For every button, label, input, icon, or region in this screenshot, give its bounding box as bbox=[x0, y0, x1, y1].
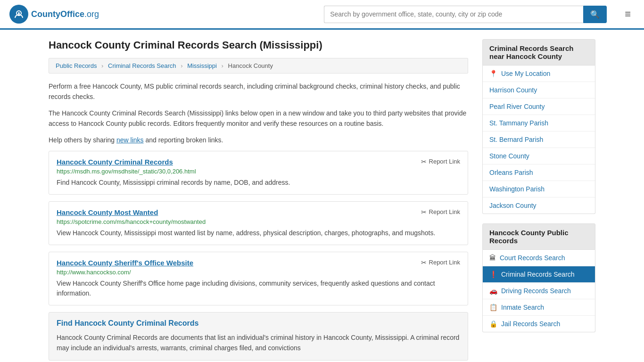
nearby-items-container: Harrison CountyPearl River CountySt. Tam… bbox=[483, 82, 595, 214]
use-location-item[interactable]: 📍 Use My Location bbox=[483, 66, 595, 82]
search-input[interactable] bbox=[324, 6, 583, 23]
record-url-0: https://msdh.ms.gov/msdhsite/_static/30,… bbox=[57, 168, 460, 175]
location-icon: 📍 bbox=[489, 70, 497, 77]
search-bar: 🔍 bbox=[324, 6, 607, 23]
pr-link-2[interactable]: Driving Records Search bbox=[501, 287, 571, 295]
report-icon-0: ✂ bbox=[421, 158, 427, 165]
pr-link-4[interactable]: Jail Records Search bbox=[501, 320, 560, 328]
nearby-link-1[interactable]: Pearl River County bbox=[489, 103, 545, 110]
record-item-0: Hancock County Criminal Records ✂ Report… bbox=[49, 151, 468, 195]
description-2: The Hancock County Criminal Records Sear… bbox=[49, 108, 468, 129]
sidebar: Criminal Records Search near Hancock Cou… bbox=[482, 39, 595, 361]
search-button[interactable]: 🔍 bbox=[583, 6, 607, 23]
record-header-1: Hancock County Most Wanted ✂ Report Link bbox=[57, 208, 460, 216]
find-text: Hancock County Criminal Records are docu… bbox=[57, 332, 460, 354]
breadcrumb-criminal-records[interactable]: Criminal Records Search bbox=[108, 62, 176, 69]
pr-item-3[interactable]: 📋 Inmate Search bbox=[483, 299, 595, 316]
record-title-0[interactable]: Hancock County Criminal Records bbox=[57, 158, 173, 166]
pr-icon-2: 🚗 bbox=[489, 287, 497, 295]
nearby-link-7[interactable]: Jackson County bbox=[489, 202, 537, 209]
pr-icon-0: 🏛 bbox=[489, 254, 496, 262]
content-area: Hancock County Criminal Records Search (… bbox=[49, 39, 468, 361]
nearby-item-4[interactable]: Stone County bbox=[483, 148, 595, 165]
pr-link-0[interactable]: Court Records Search bbox=[500, 254, 565, 262]
nearby-item-3[interactable]: St. Bernard Parish bbox=[483, 132, 595, 148]
breadcrumb-public-records[interactable]: Public Records bbox=[56, 62, 97, 69]
public-records-list: 🏛 Court Records Search ❗ Criminal Record… bbox=[482, 250, 595, 332]
pr-item-2[interactable]: 🚗 Driving Records Search bbox=[483, 283, 595, 299]
nearby-item-2[interactable]: St. Tammany Parish bbox=[483, 115, 595, 132]
pr-item-0[interactable]: 🏛 Court Records Search bbox=[483, 250, 595, 266]
description-1: Perform a free Hancock County, MS public… bbox=[49, 81, 468, 102]
nearby-link-3[interactable]: St. Bernard Parish bbox=[489, 136, 543, 143]
record-url-1: https://spotcrime.com/ms/hancock+county/… bbox=[57, 218, 460, 225]
nearby-section: Criminal Records Search near Hancock Cou… bbox=[482, 39, 595, 214]
record-title-2[interactable]: Hancock County Sheriff's Office Website bbox=[57, 259, 193, 267]
report-link-1[interactable]: ✂ Report Link bbox=[421, 208, 460, 216]
pr-icon-1: ❗ bbox=[489, 271, 497, 278]
find-section: Find Hancock County Criminal Records Han… bbox=[49, 312, 468, 361]
pr-link-3[interactable]: Inmate Search bbox=[501, 304, 544, 311]
nearby-list: 📍 Use My Location Harrison CountyPearl R… bbox=[482, 66, 595, 214]
logo-text: CountyOffice.org bbox=[31, 9, 99, 19]
nearby-link-0[interactable]: Harrison County bbox=[489, 86, 537, 94]
report-icon-2: ✂ bbox=[421, 259, 427, 266]
nearby-item-5[interactable]: Orleans Parish bbox=[483, 165, 595, 181]
pr-icon-4: 🔒 bbox=[489, 320, 497, 328]
record-item-1: Hancock County Most Wanted ✂ Report Link… bbox=[49, 201, 468, 245]
record-desc-2: View Hancock County Sheriff's Office hom… bbox=[57, 279, 460, 298]
use-location-link[interactable]: Use My Location bbox=[501, 70, 550, 77]
breadcrumb-mississippi[interactable]: Mississippi bbox=[187, 62, 217, 69]
new-links-link[interactable]: new links bbox=[116, 136, 144, 144]
nearby-item-0[interactable]: Harrison County bbox=[483, 82, 595, 99]
public-records-section: Hancock County Public Records 🏛 Court Re… bbox=[482, 223, 595, 332]
nearby-link-5[interactable]: Orleans Parish bbox=[489, 169, 533, 176]
nearby-header: Criminal Records Search near Hancock Cou… bbox=[482, 39, 595, 66]
logo-icon bbox=[9, 5, 28, 24]
record-header-2: Hancock County Sheriff's Office Website … bbox=[57, 259, 460, 267]
site-header: CountyOffice.org 🔍 ≡ bbox=[0, 0, 644, 30]
record-desc-0: Find Hancock County, Mississippi crimina… bbox=[57, 178, 460, 188]
nearby-item-7[interactable]: Jackson County bbox=[483, 197, 595, 214]
nearby-link-6[interactable]: Washington Parish bbox=[489, 185, 545, 193]
report-icon-1: ✂ bbox=[421, 208, 427, 216]
records-container: Hancock County Criminal Records ✂ Report… bbox=[49, 151, 468, 305]
pr-item-4[interactable]: 🔒 Jail Records Search bbox=[483, 316, 595, 332]
breadcrumb-county: Hancock County bbox=[228, 62, 273, 69]
menu-button[interactable]: ≡ bbox=[621, 6, 635, 22]
breadcrumb: Public Records › Criminal Records Search… bbox=[49, 58, 468, 74]
main-container: Hancock County Criminal Records Search (… bbox=[39, 30, 605, 362]
pr-link-1[interactable]: Criminal Records Search bbox=[501, 271, 575, 278]
nearby-link-2[interactable]: St. Tammany Parish bbox=[489, 119, 548, 127]
page-title: Hancock County Criminal Records Search (… bbox=[49, 39, 468, 51]
record-item-2: Hancock County Sheriff's Office Website … bbox=[49, 252, 468, 305]
report-link-0[interactable]: ✂ Report Link bbox=[421, 158, 460, 165]
nearby-item-6[interactable]: Washington Parish bbox=[483, 181, 595, 197]
report-link-2[interactable]: ✂ Report Link bbox=[421, 259, 460, 266]
public-records-header: Hancock County Public Records bbox=[482, 223, 595, 250]
record-title-1[interactable]: Hancock County Most Wanted bbox=[57, 208, 158, 216]
pr-item-1[interactable]: ❗ Criminal Records Search bbox=[483, 266, 595, 283]
svg-point-1 bbox=[18, 12, 20, 14]
public-records-items-container: 🏛 Court Records Search ❗ Criminal Record… bbox=[483, 250, 595, 332]
record-desc-1: View Hancock County, Mississippi most wa… bbox=[57, 228, 460, 238]
description-3: Help others by sharing new links and rep… bbox=[49, 135, 468, 145]
logo[interactable]: CountyOffice.org bbox=[9, 5, 99, 24]
nearby-item-1[interactable]: Pearl River County bbox=[483, 99, 595, 115]
nearby-link-4[interactable]: Stone County bbox=[489, 152, 529, 160]
pr-icon-3: 📋 bbox=[489, 304, 497, 311]
record-header-0: Hancock County Criminal Records ✂ Report… bbox=[57, 158, 460, 166]
record-url-2: http://www.hancockso.com/ bbox=[57, 269, 460, 276]
find-title: Find Hancock County Criminal Records bbox=[57, 319, 460, 328]
